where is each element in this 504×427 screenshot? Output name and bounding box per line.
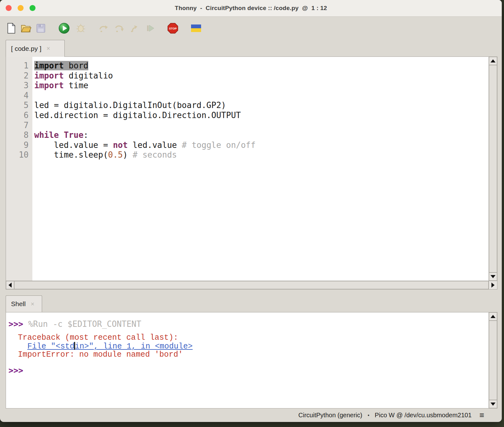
shell-segment: Traceback (most recent call last):	[8, 333, 178, 342]
horizontal-scroll-thumb[interactable]	[14, 281, 489, 289]
shell-line: ImportError: no module named 'bord'	[8, 351, 489, 359]
arrow-right-icon	[491, 283, 495, 288]
shell-line: Traceback (most recent call last):	[8, 334, 489, 342]
code-line[interactable]: import digitalio	[34, 71, 489, 81]
backend-menu-icon[interactable]: ≡	[479, 410, 484, 420]
arrow-down-icon	[490, 403, 496, 406]
step-into-icon	[114, 24, 125, 33]
device-port-label[interactable]: Pico W @ /dev/cu.usbmodem2101	[375, 412, 472, 419]
code-line[interactable]	[34, 121, 489, 131]
status-bar: CircuitPython (generic) • Pico W @ /dev/…	[0, 408, 502, 422]
close-button[interactable]	[6, 5, 12, 11]
code-line[interactable]: import time	[34, 81, 489, 91]
ukraine-flag-icon	[191, 24, 201, 32]
tab-code-py[interactable]: [ code.py ] ×	[6, 40, 65, 57]
scroll-down-button[interactable]	[489, 273, 497, 281]
scroll-down-button[interactable]	[489, 400, 497, 408]
line-number: 5	[6, 100, 29, 111]
shell-spacer	[8, 359, 489, 365]
shell-segment	[8, 342, 27, 351]
minimize-button[interactable]	[18, 5, 24, 11]
tab-shell[interactable]: Shell ×	[6, 295, 42, 312]
interpreter-label[interactable]: CircuitPython (generic)	[299, 412, 362, 419]
line-number: 9	[6, 140, 29, 150]
resume-button	[146, 21, 155, 35]
code-line[interactable]: led = digitalio.DigitalInOut(board.GP2)	[34, 100, 489, 111]
toolbar: STOP	[0, 17, 502, 40]
stop-sign-icon: STOP	[167, 23, 178, 34]
shell-line: File "<stdin>", line 1, in <module>	[8, 342, 489, 351]
tab-close-icon[interactable]: ×	[47, 45, 50, 52]
shell-segment: ImportError: no module named 'bord'	[8, 350, 183, 359]
step-out-button	[130, 21, 141, 35]
line-number: 6	[6, 111, 29, 121]
shell-line: >>> %Run -c $EDITOR_CONTENT	[8, 319, 489, 329]
debug-bug-icon	[75, 23, 86, 34]
code-line[interactable]: led.direction = digitalio.Direction.OUTP…	[34, 111, 489, 121]
thonny-window: Thonny - CircuitPython device :: /code.p…	[0, 0, 502, 422]
save-floppy-icon	[36, 24, 45, 33]
shell-segment: >>>	[8, 319, 28, 329]
scroll-right-button[interactable]	[489, 281, 497, 289]
line-number: 2	[6, 71, 29, 81]
save-file-button	[36, 21, 45, 35]
run-play-icon	[58, 23, 70, 34]
code-line[interactable]	[34, 91, 489, 101]
arrow-left-icon	[8, 283, 12, 288]
run-script-button[interactable]	[58, 21, 70, 35]
shell-text[interactable]: >>> %Run -c $EDITOR_CONTENT Traceback (m…	[6, 312, 489, 408]
new-file-icon	[7, 23, 16, 34]
line-number: 8	[6, 130, 29, 140]
shell-segment: %Run -c $EDITOR_CONTENT	[28, 319, 141, 329]
step-out-icon	[130, 24, 141, 33]
ukraine-support-button[interactable]	[191, 21, 201, 35]
editor-panel: 12345678910 import bordimport digitalioi…	[6, 57, 497, 289]
traceback-link[interactable]: File "<std	[27, 342, 74, 351]
open-folder-icon	[21, 24, 31, 33]
status-bullet: •	[368, 413, 370, 418]
arrow-up-icon	[490, 315, 496, 318]
stop-restart-button[interactable]: STOP	[167, 21, 178, 35]
line-number: 1	[6, 61, 29, 71]
vertical-scroll-thumb[interactable]	[489, 321, 497, 400]
shell-line: >>>	[8, 365, 489, 376]
zoom-button[interactable]	[30, 5, 36, 11]
traceback-link[interactable]: in>", line 1, in <module>	[75, 342, 193, 351]
open-file-button[interactable]	[21, 21, 31, 35]
editor-gutter: 12345678910	[6, 57, 32, 281]
scroll-left-button[interactable]	[6, 281, 14, 289]
debug-script-button	[75, 21, 86, 35]
new-file-button[interactable]	[7, 21, 16, 35]
step-into-button	[114, 21, 125, 35]
code-line[interactable]: import bord	[34, 61, 489, 71]
tab-code-py-label: [ code.py ]	[11, 45, 41, 52]
tab-close-icon[interactable]: ×	[31, 300, 35, 308]
shell-panel: >>> %Run -c $EDITOR_CONTENT Traceback (m…	[6, 312, 497, 408]
editor-vertical-scrollbar[interactable]	[489, 57, 497, 281]
step-over-button	[99, 21, 109, 35]
step-over-icon	[99, 24, 109, 33]
line-number: 7	[6, 121, 29, 131]
tab-shell-label: Shell	[11, 300, 26, 308]
arrow-up-icon	[490, 59, 496, 62]
svg-text:STOP: STOP	[169, 27, 177, 30]
code-line[interactable]: led.value = not led.value # toggle on/of…	[34, 140, 489, 150]
code-line[interactable]: while True:	[34, 130, 489, 140]
vertical-scroll-thumb[interactable]	[489, 65, 497, 273]
window-title: Thonny - CircuitPython device :: /code.p…	[175, 5, 327, 12]
line-number: 4	[6, 91, 29, 101]
shell-segment: >>>	[8, 366, 28, 375]
scroll-up-button[interactable]	[489, 57, 497, 65]
editor-horizontal-scrollbar[interactable]	[6, 281, 489, 289]
line-number: 3	[6, 81, 29, 91]
line-number: 10	[6, 150, 29, 160]
title-bar[interactable]: Thonny - CircuitPython device :: /code.p…	[0, 0, 502, 17]
arrow-down-icon	[490, 275, 496, 278]
desktop-background: { "window": { "title": "Thonny - Circuit…	[0, 0, 504, 427]
scroll-up-button[interactable]	[489, 312, 497, 321]
resume-play-icon	[146, 24, 155, 33]
code-line[interactable]: time.sleep(0.5) # seconds	[34, 150, 489, 160]
shell-vertical-scrollbar[interactable]	[489, 312, 497, 408]
editor-text[interactable]: import bordimport digitalioimport timele…	[32, 57, 489, 281]
